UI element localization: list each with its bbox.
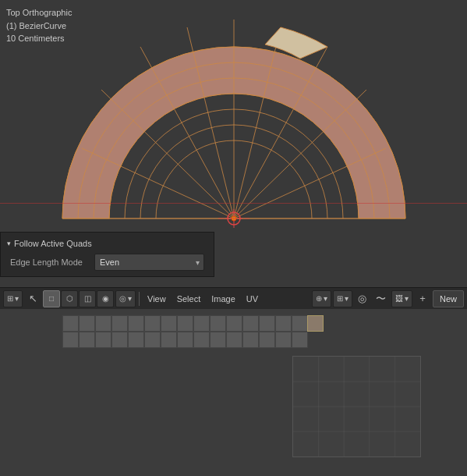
snap-dropdown[interactable]: ⊞ ▾ (333, 290, 352, 307)
3d-viewport[interactable]: Top Orthographic (1) BezierCurve 10 Cent… (0, 0, 467, 311)
uv-face-cell (210, 332, 226, 348)
material-mode-btn[interactable]: ◫ (79, 290, 96, 307)
edge-length-select-wrapper[interactable]: Even Length Length Average (94, 254, 204, 271)
follow-active-quads-panel: ▾ Follow Active Quads Edge Length Mode E… (0, 232, 214, 277)
uv-face-cell (177, 332, 193, 348)
uv-face-cell (128, 332, 144, 348)
uv-face-cell (95, 332, 111, 348)
view-menu-btn[interactable]: View (143, 290, 171, 307)
uv-face-cell (193, 332, 210, 348)
faq-panel-header[interactable]: ▾ Follow Active Quads (1, 236, 214, 251)
uv-face-cell (161, 332, 177, 348)
render-mode-btn[interactable]: ◉ (97, 290, 114, 307)
new-btn[interactable]: New (433, 290, 464, 307)
uv-face-cell (79, 332, 95, 348)
render-overlay-icon: 🖼 (395, 294, 403, 303)
viewport-mode-cluster: □ ⬡ ◫ ◉ (43, 290, 114, 307)
uv-face-cell (242, 332, 259, 348)
uv-face-cell (292, 332, 308, 348)
snap-icon: ⊞ (337, 294, 343, 303)
mode-icon: ⊞ (7, 294, 13, 303)
uv-face-cell (210, 315, 226, 332)
toolbar-sep-1 (139, 292, 140, 306)
uv-selected-face (307, 315, 324, 332)
edge-length-label: Edge Length Mode (10, 258, 88, 267)
uv-face-cell (62, 332, 79, 348)
cursor-tool-btn[interactable]: ↖ (24, 290, 41, 307)
proportional-btn[interactable]: ◎ (354, 290, 371, 307)
pivot-arrow: ▾ (324, 294, 327, 303)
origin-crosshair (218, 209, 249, 228)
overlay-dropdown[interactable]: ◎ ▾ (115, 290, 136, 307)
render-overlay-arrow: ▾ (405, 294, 409, 303)
image-menu-btn[interactable]: Image (207, 290, 240, 307)
uv-face-cell (62, 315, 79, 332)
uv-face-cell (259, 315, 275, 332)
edge-length-select[interactable]: Even Length Length Average (94, 254, 204, 271)
uv-face-cell (292, 315, 308, 332)
uv-face-cell (111, 315, 128, 332)
select-menu-btn[interactable]: Select (172, 290, 206, 307)
uv-face-cell (79, 315, 95, 332)
uv-row-1 (62, 315, 308, 332)
guide-line-horizontal (0, 203, 467, 204)
uv-face-cell (128, 315, 144, 332)
arch-mesh (23, 12, 444, 230)
uv-faces-container (62, 315, 308, 348)
modifier-btn[interactable]: 〜 (373, 290, 390, 307)
mode-selector[interactable]: ⊞ ▾ (3, 290, 23, 307)
uv-editor[interactable]: + ✋ (0, 309, 467, 476)
uv-face-cell (111, 332, 128, 348)
snap-arrow: ▾ (345, 294, 348, 303)
uv-face-cell (95, 315, 111, 332)
faq-title: Follow Active Quads (14, 239, 92, 248)
edge-length-row: Edge Length Mode Even Length Length Aver… (1, 251, 214, 273)
add-btn[interactable]: + (414, 290, 431, 307)
wireframe-mode-btn[interactable]: ⬡ (61, 290, 78, 307)
render-overlay-dropdown[interactable]: 🖼 ▾ (391, 290, 412, 307)
uv-face-cell (161, 315, 177, 332)
uv-row-2 (62, 332, 308, 348)
uv-menu-btn[interactable]: UV (242, 290, 263, 307)
uv-grid-svg (293, 357, 420, 456)
uv-face-cell (275, 332, 292, 348)
overlay-dropdown-arrow: ▾ (128, 294, 132, 303)
uv-face-cell (144, 315, 161, 332)
panel-collapse-arrow: ▾ (7, 240, 11, 247)
solid-mode-btn[interactable]: □ (43, 290, 60, 307)
pivot-icon: ⊕ (316, 294, 322, 303)
uv-mesh-grid-area[interactable] (292, 356, 421, 457)
uv-face-cell (193, 315, 210, 332)
uv-face-cell (275, 315, 292, 332)
uv-face-cell (242, 315, 259, 332)
uv-face-cell (177, 315, 193, 332)
uv-face-cell (226, 315, 242, 332)
overlay-icon: ◎ (119, 294, 126, 303)
mode-dropdown-arrow: ▾ (15, 294, 19, 303)
uv-face-cell (226, 332, 242, 348)
uv-face-cell (144, 332, 161, 348)
pivot-dropdown[interactable]: ⊕ ▾ (312, 290, 331, 307)
uv-face-cell (259, 332, 275, 348)
main-toolbar: ⊞ ▾ ↖ □ ⬡ ◫ ◉ ◎ ▾ View Select Image UV ⊕… (0, 287, 467, 309)
